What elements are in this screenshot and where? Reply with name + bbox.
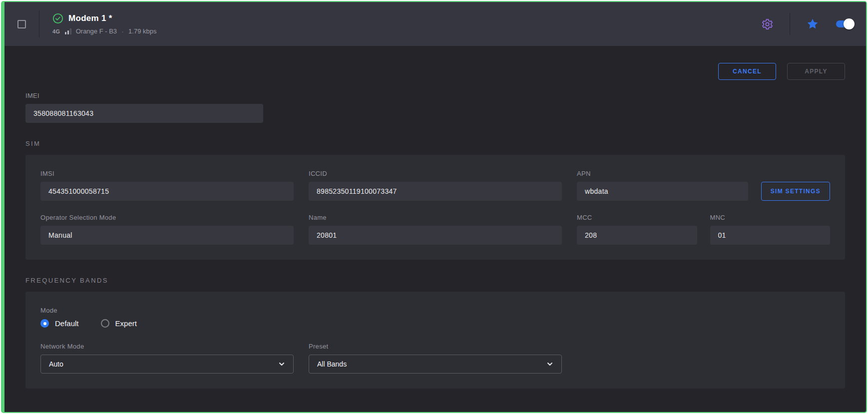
modem-enabled-toggle[interactable] (836, 20, 853, 27)
header-divider (790, 13, 790, 35)
mode-radio-expert[interactable]: Expert (101, 319, 137, 328)
operator-selection-mode-group: Operator Selection Mode (40, 214, 294, 245)
sim-settings-button[interactable]: SIM SETTINGS (761, 182, 830, 201)
imsi-label: IMSI (40, 170, 294, 177)
network-mode-value: Auto (49, 360, 63, 368)
preset-label: Preset (309, 343, 562, 350)
network-mode-select[interactable]: Auto (40, 355, 294, 374)
imei-label: IMEI (25, 92, 263, 99)
name-input[interactable] (309, 226, 562, 245)
operator-name: Orange F - B3 (76, 27, 117, 35)
sim-section-label: SIM (25, 140, 845, 147)
signal-strength-icon (65, 28, 71, 34)
select-modem-checkbox[interactable] (17, 20, 26, 28)
mcc-label: MCC (577, 214, 697, 221)
mode-radio-group: Default Expert (40, 319, 830, 328)
modem-panel: Modem 1 * 4G Orange F - B3 · 1.79 kbps (1, 1, 867, 413)
operator-selection-mode-input[interactable] (40, 226, 294, 245)
iccid-label: ICCID (309, 170, 562, 177)
operator-selection-mode-label: Operator Selection Mode (40, 214, 294, 221)
settings-gear-button[interactable] (761, 18, 774, 30)
header-divider (39, 10, 39, 37)
imsi-field-group: IMSI (40, 170, 294, 201)
mode-label: Mode (40, 307, 830, 314)
frequency-bands-card: Mode Default Expert Network Mode Auto (25, 292, 845, 389)
mcc-input[interactable] (577, 226, 697, 245)
favorite-star-button[interactable] (806, 17, 819, 30)
mnc-input[interactable] (710, 226, 831, 245)
mode-radio-default[interactable]: Default (40, 319, 79, 328)
network-mode-label: Network Mode (40, 343, 294, 350)
chevron-down-icon (546, 361, 553, 368)
imei-field-group: IMEI (25, 92, 263, 123)
status-ok-icon (52, 13, 63, 24)
preset-select[interactable]: All Bands (309, 355, 562, 374)
name-field-group: Name (309, 214, 562, 245)
mnc-label: MNC (710, 214, 831, 221)
sim-card: IMSI ICCID APN SIM SETTINGS Oper (25, 155, 845, 260)
gear-icon (761, 18, 774, 30)
apply-button[interactable]: APPLY (787, 63, 845, 80)
apn-field-group: APN (577, 170, 748, 201)
header-bar: Modem 1 * 4G Orange F - B3 · 1.79 kbps (4, 2, 866, 46)
mnc-field-group: MNC (710, 214, 831, 245)
imei-input[interactable] (25, 104, 263, 123)
data-speed: 1.79 kbps (128, 27, 156, 35)
star-icon (806, 17, 819, 30)
mode-expert-label: Expert (115, 319, 137, 328)
modem-identity: Modem 1 * 4G Orange F - B3 · 1.79 kbps (52, 13, 156, 35)
mode-default-label: Default (55, 319, 79, 328)
preset-value: All Bands (317, 360, 347, 368)
mcc-field-group: MCC (577, 214, 697, 245)
name-label: Name (309, 214, 562, 221)
cancel-button[interactable]: CANCEL (718, 63, 776, 80)
page-title: Modem 1 * (68, 13, 112, 23)
chevron-down-icon (278, 361, 285, 368)
network-type-badge: 4G (52, 28, 60, 34)
apn-label: APN (577, 170, 748, 177)
network-mode-group: Network Mode Auto (40, 343, 294, 374)
radio-unselected-icon (101, 319, 109, 328)
apn-input[interactable] (577, 182, 748, 201)
form-actions: CANCEL APPLY (25, 63, 845, 80)
toggle-knob (844, 18, 855, 29)
modem-settings-form: CANCEL APPLY IMEI SIM IMSI ICCID APN (4, 46, 866, 412)
iccid-field-group: ICCID (309, 170, 562, 201)
preset-group: Preset All Bands (309, 343, 562, 374)
iccid-input[interactable] (309, 182, 562, 201)
imsi-input[interactable] (40, 182, 294, 201)
frequency-bands-section-label: FREQUENCY BANDS (25, 277, 845, 284)
radio-selected-icon (40, 319, 49, 328)
dot-separator: · (121, 29, 124, 33)
